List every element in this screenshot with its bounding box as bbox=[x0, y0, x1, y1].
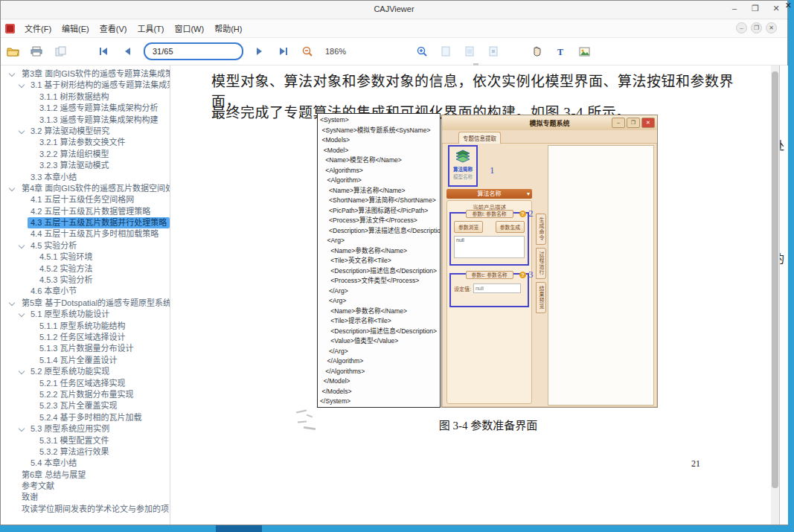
menu-bar: 文件(F)编辑(E)查看(V)工具(T)窗口(W)帮助(H) – ❐ ✕ bbox=[1, 19, 787, 38]
toc-item[interactable]: 5.4 本章小结 bbox=[1, 458, 170, 469]
sim-icon-label-short: 算法简称 bbox=[449, 165, 476, 173]
toc-item[interactable]: 5.1.1 原型系统功能结构 bbox=[1, 321, 170, 332]
toc-item[interactable]: 5.1 原型系统功能设计 bbox=[1, 309, 170, 320]
toc-item[interactable]: 第6章 总结与展望 bbox=[1, 469, 170, 481]
fit-width-button[interactable] bbox=[436, 42, 455, 60]
toc-item[interactable]: 3.1.1 树形数据结构 bbox=[1, 92, 170, 103]
toc-item[interactable]: 5.3.2 算法运行效果 bbox=[1, 446, 170, 458]
toc-item[interactable]: 5.2.2 瓦片数据分布量实现 bbox=[1, 389, 170, 400]
toc-item[interactable]: 3.1 基于树形结构的遥感专题算法集成架构… bbox=[1, 80, 170, 91]
chevron-down-icon[interactable] bbox=[19, 82, 25, 88]
last-page-button[interactable] bbox=[274, 42, 293, 60]
figure-annotation-1: 1 bbox=[490, 164, 495, 176]
toc-item[interactable]: 第4章 面向GIS软件的遥感瓦片数据空间处理策… bbox=[1, 183, 170, 194]
chevron-down-icon[interactable] bbox=[9, 185, 15, 191]
chevron-down-icon[interactable] bbox=[19, 311, 25, 317]
toc-item[interactable]: 5.2.1 任务区域选择实现 bbox=[1, 378, 170, 389]
sim-param2-header: 参数c: 参数名称 bbox=[466, 271, 513, 279]
document-page[interactable]: 模型对象、算法对象和参数对象的信息，依次实例化模型界面、算法按钮和参数界面， 最… bbox=[174, 65, 771, 525]
sim-param1-value: null bbox=[454, 236, 525, 258]
toc-item[interactable]: 4.4 五层十五级瓦片多时相加载策略 bbox=[1, 228, 170, 240]
toc-item[interactable]: 第5章 基于Dotspatial的遥感专题原型系统的实现 bbox=[1, 298, 170, 309]
sim-app-window: 模拟专题系统 – ❐ ✕ 专题信息提取 算法简称 bbox=[441, 115, 658, 408]
vertical-scrollbar[interactable] bbox=[771, 65, 779, 525]
desktop-close-icon[interactable]: ✕ bbox=[785, 1, 792, 10]
image-select-tool-button[interactable] bbox=[574, 42, 594, 60]
edge-fragment: A bbox=[779, 464, 780, 475]
toc-item[interactable]: 3.3 本章小结 bbox=[1, 172, 170, 183]
mdi-window-buttons: – ❐ ✕ bbox=[736, 22, 777, 33]
mdi-minimize-button[interactable]: – bbox=[736, 22, 747, 33]
figure-3-4: <System> <SysName>模拟专题系统<SysName> <Model… bbox=[317, 113, 659, 409]
chevron-down-icon[interactable] bbox=[9, 300, 15, 306]
chevron-down-icon[interactable] bbox=[19, 128, 25, 134]
toc-item[interactable]: 5.2.4 基于多时相的瓦片加载 bbox=[1, 412, 170, 423]
chevron-down-icon[interactable] bbox=[9, 71, 15, 77]
sim-tab-row: 专题信息提取 bbox=[442, 130, 657, 144]
chevron-down-icon[interactable] bbox=[19, 368, 25, 374]
page-number: 21 bbox=[691, 458, 700, 469]
toc-item[interactable]: 3.2.2 算法组织模型 bbox=[1, 149, 170, 160]
toc-item[interactable]: 4.6 本章小节 bbox=[1, 286, 170, 297]
toc-item[interactable]: 3.1.3 遥感专题算法集成架构构建 bbox=[1, 115, 170, 126]
snapshot-button[interactable] bbox=[51, 42, 70, 60]
zoom-out-icon[interactable] bbox=[298, 42, 317, 60]
toc-item[interactable]: 第3章 面向GIS软件的遥感专题算法集成策略研究 bbox=[1, 68, 170, 80]
sim-left-panel: 当前产品描述 参数i: 参数名称 ? 参数浏览 参数生成 null 参数c: 参… bbox=[446, 200, 532, 404]
toc-item[interactable]: 3.1.2 遥感专题算法集成架构分析 bbox=[1, 103, 170, 114]
menu-item[interactable]: 帮助(H) bbox=[209, 20, 247, 36]
toc-item[interactable]: 5.2 原型系统功能实现 bbox=[1, 366, 170, 377]
open-button[interactable] bbox=[3, 42, 22, 60]
help-icon: ? bbox=[519, 272, 526, 278]
menu-item[interactable]: 窗口(W) bbox=[169, 20, 209, 36]
fit-page-button[interactable] bbox=[460, 42, 479, 60]
toc-item[interactable]: 4.5.3 实验分析 bbox=[1, 275, 170, 286]
text-select-tool-button[interactable]: T bbox=[551, 42, 570, 60]
chevron-down-icon[interactable] bbox=[19, 243, 25, 249]
toc-item[interactable]: 4.3 五层十五级瓦片数据并行处理策略 bbox=[1, 217, 170, 228]
toc-item[interactable]: 攻读学位期间发表的学术论文与参加的项目 bbox=[1, 504, 170, 515]
next-page-button[interactable] bbox=[250, 42, 269, 60]
toc-item[interactable]: 4.2 五层十五级瓦片数据管理策略 bbox=[1, 206, 170, 217]
zoom-in-icon[interactable] bbox=[412, 42, 432, 60]
svg-text:T: T bbox=[557, 47, 563, 57]
sim-param-browse-button: 参数浏览 bbox=[454, 221, 483, 233]
prev-page-button[interactable] bbox=[118, 42, 137, 60]
mdi-restore-button[interactable]: ❐ bbox=[751, 22, 762, 33]
toc-item[interactable]: 5.2.3 瓦片全覆盖实现 bbox=[1, 400, 170, 411]
mdi-close-button[interactable]: ✕ bbox=[766, 22, 777, 33]
print-button[interactable] bbox=[27, 42, 46, 60]
menu-item[interactable]: 编辑(E) bbox=[57, 20, 95, 36]
minimize-button[interactable]: – bbox=[729, 4, 740, 13]
toc-item[interactable]: 5.3 原型系统应用实例 bbox=[1, 423, 170, 435]
toc-item[interactable]: 5.3.1 模型配置文件 bbox=[1, 435, 170, 446]
zoom-level[interactable]: 186% bbox=[325, 47, 346, 56]
toc-item[interactable]: 4.5.2 实验方法 bbox=[1, 263, 170, 275]
first-page-button[interactable] bbox=[94, 42, 113, 60]
hand-tool-button[interactable] bbox=[527, 42, 546, 60]
toc-item[interactable]: 3.2 算法驱动模型研究 bbox=[1, 126, 170, 137]
scrollbar-thumb[interactable] bbox=[772, 71, 778, 488]
toc-item[interactable]: 3.2.1 算法参数交换文件 bbox=[1, 137, 170, 148]
chevron-down-icon[interactable] bbox=[19, 426, 25, 432]
menu-item[interactable]: 工具(T) bbox=[132, 20, 169, 36]
menu-item[interactable]: 文件(F) bbox=[19, 20, 57, 36]
maximize-button[interactable]: ❐ bbox=[750, 4, 761, 13]
page-number-input[interactable] bbox=[144, 42, 243, 60]
page-edge-fragments: 处的A bbox=[779, 65, 788, 525]
actual-size-button[interactable] bbox=[484, 42, 503, 60]
sim-close-button: ✕ bbox=[641, 118, 655, 128]
toc-item[interactable]: 5.1.4 瓦片全覆盖设计 bbox=[1, 355, 170, 366]
toc-item[interactable]: 参考文献 bbox=[1, 481, 170, 492]
toc-item[interactable]: 3.2.3 算法驱动模式 bbox=[1, 160, 170, 171]
close-button[interactable]: ✕ bbox=[771, 4, 781, 13]
toc-item[interactable]: 5.1.2 任务区域选择设计 bbox=[1, 332, 170, 343]
toc-item[interactable]: 4.5.1 实验环境 bbox=[1, 251, 170, 263]
toc-item[interactable]: 致谢 bbox=[1, 492, 170, 503]
cajviewer-window: CAJViewer – ❐ ✕ 文件(F)编辑(E)查看(V)工具(T)窗口(W… bbox=[0, 0, 788, 525]
sim-param-box-1: 参数i: 参数名称 ? 参数浏览 参数生成 null bbox=[449, 212, 529, 266]
menu-item[interactable]: 查看(V) bbox=[95, 20, 132, 36]
toc-item[interactable]: 5.1.3 瓦片数据量分布设计 bbox=[1, 343, 170, 354]
toc-item[interactable]: 4.1 五层十五级任务空间格网 bbox=[1, 194, 170, 205]
toc-item[interactable]: 4.5 实验分析 bbox=[1, 240, 170, 251]
